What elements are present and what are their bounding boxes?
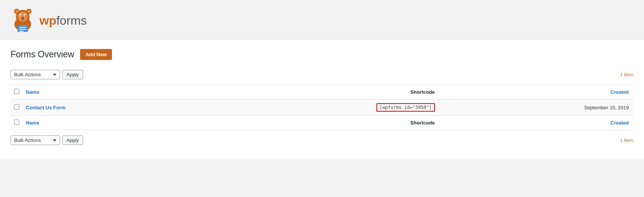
page-title-row: Forms Overview Add New <box>11 49 633 60</box>
select-all-checkbox-bottom[interactable] <box>14 120 19 125</box>
bottom-item-count: 1 item <box>620 137 633 143</box>
top-toolbar: Bulk Actions Delete Apply 1 item <box>11 68 633 82</box>
row-checkbox[interactable] <box>14 104 19 110</box>
column-header-name[interactable]: Name <box>21 85 199 99</box>
shortcode-value: [wpforms id="3950"] <box>376 103 435 112</box>
bulk-actions-select-top[interactable]: Bulk Actions Delete <box>11 70 60 79</box>
logo: wpforms <box>9 7 87 34</box>
main-content: Forms Overview Add New Bulk Actions Dele… <box>0 40 644 159</box>
apply-button-bottom[interactable]: Apply <box>62 136 83 145</box>
svg-point-5 <box>27 10 30 13</box>
shortcode-cell: [wpforms id="3950"] <box>199 99 438 116</box>
apply-button-top[interactable]: Apply <box>62 70 83 79</box>
row-checkbox-cell[interactable] <box>11 99 21 116</box>
bulk-actions-select-bottom[interactable]: Bulk Actions Delete <box>11 136 60 145</box>
top-item-count: 1 item <box>620 72 633 77</box>
column-footer-shortcode: Shortcode <box>199 116 438 130</box>
logo-wordmark: wpforms <box>39 14 87 28</box>
column-header-created[interactable]: Created <box>438 85 633 99</box>
svg-point-9 <box>20 15 22 16</box>
column-footer-name[interactable]: Name <box>21 116 199 130</box>
bottom-toolbar-left: Bulk Actions Delete Apply <box>11 136 83 145</box>
select-all-checkbox[interactable] <box>14 89 19 94</box>
select-all-checkbox-header[interactable] <box>11 85 21 99</box>
column-header-shortcode: Shortcode <box>199 85 438 99</box>
bottom-toolbar: Bulk Actions Delete Apply 1 item <box>11 133 633 147</box>
form-name-link[interactable]: Contact Us Form <box>26 105 66 110</box>
table-row: Contact Us Form [wpforms id="3950"] Sept… <box>11 99 633 116</box>
table-header-row: Name Shortcode Created <box>11 85 633 99</box>
column-footer-created[interactable]: Created <box>438 116 633 130</box>
created-date-cell: September 10, 2019 <box>438 99 633 116</box>
top-toolbar-left: Bulk Actions Delete Apply <box>11 70 83 79</box>
svg-point-10 <box>25 15 26 16</box>
svg-point-11 <box>22 17 24 19</box>
form-name-cell: Contact Us Form <box>21 99 199 116</box>
table-footer-row: Name Shortcode Created <box>11 116 633 130</box>
svg-point-6 <box>18 12 28 22</box>
select-all-checkbox-footer[interactable] <box>11 116 21 130</box>
svg-point-4 <box>15 10 18 13</box>
forms-table: Name Shortcode Created Contact Us Form <box>11 85 633 130</box>
page-header: wpforms <box>0 0 644 40</box>
wpforms-bear-icon <box>9 7 36 34</box>
add-new-button[interactable]: Add New <box>80 49 112 60</box>
page-title: Forms Overview <box>11 49 74 60</box>
